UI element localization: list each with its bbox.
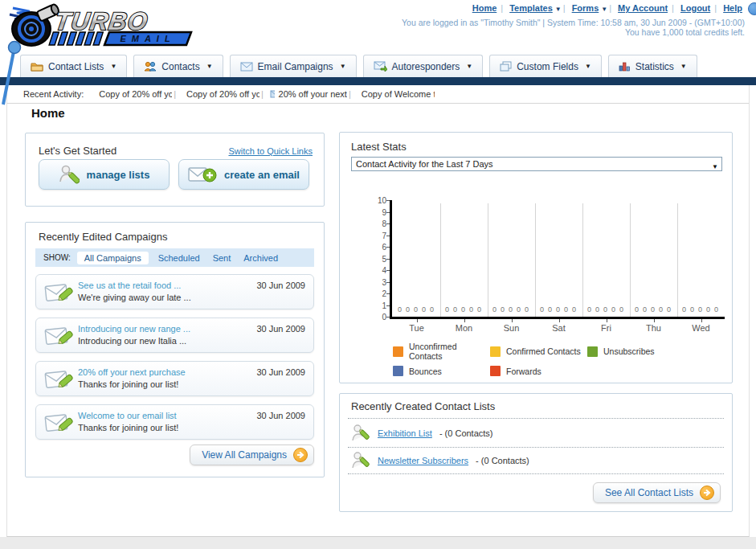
envelope-plus-icon <box>188 165 217 184</box>
campaign-row[interactable]: 20% off your next purchase Thanks for jo… <box>35 361 314 396</box>
campaign-title-link[interactable]: See us at the retail food ... <box>78 281 181 290</box>
value-label: 0 <box>430 305 434 313</box>
value-label: 0 <box>422 305 426 313</box>
filter-sent[interactable]: Sent <box>213 253 231 263</box>
filter-all-campaigns[interactable]: All Campaigns <box>77 252 149 264</box>
value-label: 0 <box>714 305 718 313</box>
view-all-campaigns-button[interactable]: View All Campaigns <box>190 445 314 465</box>
top-link-forms[interactable]: Forms <box>572 3 599 13</box>
value-label: 0 <box>659 305 663 313</box>
campaign-row[interactable]: See us at the retail food ... We're givi… <box>35 274 314 309</box>
tab-autoresponders[interactable]: Autoresponders▼ <box>363 55 484 77</box>
value-label: 0 <box>517 305 521 313</box>
person-pencil-icon <box>351 423 370 444</box>
separator: | <box>261 89 264 99</box>
tab-custom-fields[interactable]: Custom Fields▼ <box>489 55 602 77</box>
top-link-help[interactable]: Help <box>723 3 742 13</box>
campaign-date: 30 Jun 2009 <box>256 367 305 377</box>
value-labels: 00000 <box>398 305 434 313</box>
tab-contacts[interactable]: Contacts▼ <box>133 55 223 77</box>
person-pencil-icon <box>59 164 80 185</box>
recent-activity-item[interactable]: Copy of 20% off yc <box>95 89 172 99</box>
filter-scheduled[interactable]: Scheduled <box>158 253 200 263</box>
legend-label: Unconfirmed Contacts <box>409 342 490 361</box>
y-tick-mark <box>386 223 390 224</box>
dotted-divider <box>348 473 724 474</box>
value-label: 0 <box>572 305 576 313</box>
tab-label: Contact Lists <box>48 61 104 72</box>
legend-swatch <box>393 366 403 376</box>
envelope-icon <box>270 90 275 98</box>
legend-swatch <box>587 346 598 357</box>
contact-list-row[interactable]: Exhibition List - (0 Contacts) <box>351 423 493 444</box>
chevron-down-icon: ▼ <box>601 6 607 13</box>
recent-activity-text: Copy of 20% off yc <box>99 89 172 99</box>
x-tick-mark <box>607 319 607 322</box>
stats-period-select[interactable]: Contact Activity for the Last 7 Days ▼ <box>351 157 722 171</box>
value-label: 0 <box>548 305 552 313</box>
value-label: 0 <box>556 305 560 313</box>
y-tick-mark <box>386 259 390 260</box>
campaign-filter-bar: SHOW: All Campaigns Scheduled Sent Archi… <box>35 248 314 267</box>
campaign-title-link[interactable]: 20% off your next purchase <box>78 367 186 377</box>
chevron-down-icon: ▼ <box>206 63 213 70</box>
tab-contact-lists[interactable]: Contact Lists▼ <box>20 55 127 77</box>
gridline <box>488 203 488 317</box>
recent-activity-item[interactable]: Copy of 20% off yc <box>182 89 259 99</box>
legend-swatch <box>393 346 403 357</box>
contact-list-link[interactable]: Newsletter Subscribers <box>378 456 468 465</box>
switch-quick-links-link[interactable]: Switch to Quick Links <box>228 146 313 156</box>
select-value: Contact Activity for the Last 7 Days <box>356 159 493 169</box>
contact-list-count: - (0 Contacts) <box>439 428 493 438</box>
value-label: 0 <box>635 305 639 313</box>
x-tick-label: Fri <box>582 323 630 333</box>
x-tick-mark <box>512 319 513 322</box>
campaign-row[interactable]: Welcome to our email list Thanks for joi… <box>35 404 314 440</box>
arrow-right-icon <box>293 448 308 462</box>
see-all-contact-lists-button[interactable]: See All Contact Lists <box>593 482 721 503</box>
turbo-email-logo: EMAIL TURBO <box>5 3 198 48</box>
top-link-home[interactable]: Home <box>472 3 497 13</box>
chevron-down-icon: ▼ <box>466 63 472 70</box>
legend-swatch <box>490 346 501 357</box>
y-tick-label: 6 <box>370 243 386 252</box>
contact-list-row[interactable]: Newsletter Subscribers - (0 Contacts) <box>351 450 529 471</box>
campaign-row[interactable]: Introducing our new range ... Introducin… <box>35 318 314 353</box>
y-tick-label: 3 <box>370 278 386 287</box>
value-label: 0 <box>398 305 402 313</box>
y-tick-label: 9 <box>370 208 386 217</box>
chevron-down-icon: ▼ <box>680 63 687 70</box>
campaign-subtitle: Thanks for joining our list! <box>78 379 178 389</box>
manage-lists-button[interactable]: manage lists <box>39 159 170 190</box>
top-link-my-account[interactable]: My Account <box>618 3 668 13</box>
top-link-templates[interactable]: Templates <box>509 3 553 13</box>
recent-activity-text: Copy of 20% off yc <box>186 89 259 99</box>
arrow-right-icon <box>700 485 714 500</box>
y-tick-label: 10 <box>370 196 386 205</box>
value-label: 0 <box>509 305 513 313</box>
contact-list-link[interactable]: Exhibition List <box>378 428 432 438</box>
legend-label: Bounces <box>409 367 442 376</box>
x-tick-label: Thu <box>630 323 677 333</box>
x-tick-label: Mon <box>440 323 488 333</box>
create-email-button[interactable]: create an email <box>178 159 309 190</box>
tab-label: Custom Fields <box>517 61 578 72</box>
get-started-panel: Let's Get Started Switch to Quick Links … <box>25 133 325 207</box>
main-nav-tabs: Contact Lists▼ Contacts▼ Email Campaigns… <box>20 55 697 77</box>
campaign-title-link[interactable]: Introducing our new range ... <box>78 324 190 334</box>
campaign-title-link[interactable]: Welcome to our email list <box>78 411 177 420</box>
value-label: 0 <box>651 305 655 313</box>
recent-activity-item[interactable]: 20% off your next <box>270 89 347 99</box>
value-labels: 00000 <box>445 305 481 313</box>
header: EMAIL TURBO Home| Templates▼| Forms▼| My… <box>0 0 756 77</box>
value-labels: 00000 <box>682 305 718 313</box>
tab-email-campaigns[interactable]: Email Campaigns▼ <box>230 55 357 77</box>
top-link-logout[interactable]: Logout <box>680 3 710 13</box>
recent-activity-item[interactable]: Copy of Welcome tc <box>358 89 435 99</box>
latest-stats-title: Latest Stats <box>351 141 407 153</box>
legend-label: Confirmed Contacts <box>506 346 581 356</box>
pages-icon <box>500 61 512 72</box>
filter-archived[interactable]: Archived <box>243 253 278 263</box>
tab-statistics[interactable]: Statistics▼ <box>608 55 697 77</box>
x-tick-mark <box>559 319 560 322</box>
